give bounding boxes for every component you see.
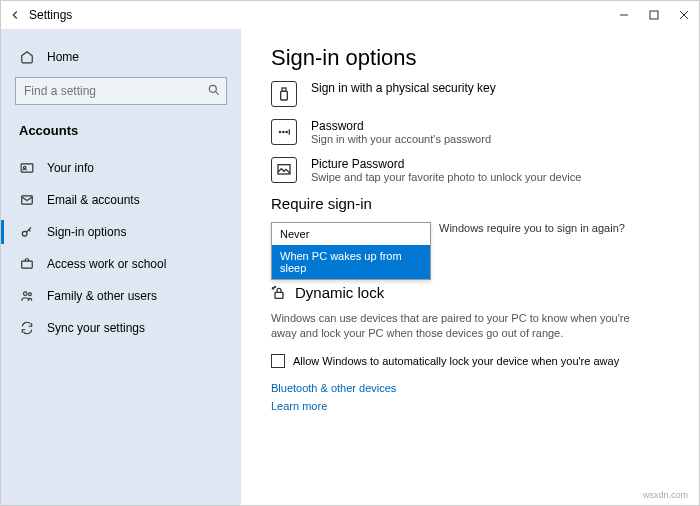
sidebar-home-label: Home (47, 50, 79, 64)
close-button[interactable] (669, 1, 699, 29)
sidebar-heading: Accounts (1, 119, 241, 152)
option-title: Password (311, 119, 491, 133)
dynamic-lock-checkbox-row[interactable]: Allow Windows to automatically lock your… (271, 354, 679, 368)
home-icon (19, 49, 35, 65)
svg-point-20 (272, 287, 273, 288)
person-card-icon (19, 160, 35, 176)
svg-rect-14 (281, 91, 288, 100)
sidebar-item-label: Sign-in options (47, 225, 126, 239)
page-title: Sign-in options (271, 45, 679, 71)
maximize-button[interactable] (639, 1, 669, 29)
key-icon (19, 224, 35, 240)
svg-point-21 (275, 286, 276, 287)
sidebar-item-family-other-users[interactable]: Family & other users (1, 280, 241, 312)
option-picture-password[interactable]: Picture Password Swipe and tap your favo… (271, 157, 679, 183)
require-signin-row: Windows require you to sign in again? Ne… (271, 222, 679, 234)
dynamic-lock-heading: Dynamic lock (271, 284, 679, 301)
svg-point-17 (286, 131, 287, 132)
svg-point-16 (283, 131, 284, 132)
window-title: Settings (29, 8, 609, 22)
dropdown-option-wake-from-sleep[interactable]: When PC wakes up from sleep (272, 245, 430, 279)
svg-point-15 (279, 131, 280, 132)
sidebar-item-label: Email & accounts (47, 193, 140, 207)
briefcase-icon (19, 256, 35, 272)
watermark: wsxdn.com (643, 490, 688, 500)
dynamic-lock-description: Windows can use devices that are paired … (271, 311, 641, 342)
sidebar-item-label: Your info (47, 161, 94, 175)
minimize-button[interactable] (609, 1, 639, 29)
sidebar: Home Accounts Your info Email & accounts… (1, 29, 241, 505)
svg-point-4 (209, 85, 216, 92)
require-signin-question: Windows require you to sign in again? (439, 222, 679, 234)
checkbox-label: Allow Windows to automatically lock your… (293, 355, 619, 367)
sidebar-search (15, 77, 227, 105)
sidebar-item-label: Access work or school (47, 257, 166, 271)
sidebar-item-label: Sync your settings (47, 321, 145, 335)
dropdown-option-never[interactable]: Never (272, 223, 430, 245)
back-button[interactable] (1, 1, 29, 29)
search-input[interactable] (15, 77, 227, 105)
svg-point-12 (28, 293, 31, 296)
people-icon (19, 288, 35, 304)
checkbox[interactable] (271, 354, 285, 368)
option-subtitle: Swipe and tap your favorite photo to unl… (311, 171, 581, 183)
require-signin-heading: Require sign-in (271, 195, 679, 212)
main-content: Sign-in options Sign in with a physical … (241, 29, 699, 505)
svg-rect-19 (275, 292, 283, 298)
search-icon (207, 83, 221, 97)
sidebar-item-sync-settings[interactable]: Sync your settings (1, 312, 241, 344)
link-learn-more[interactable]: Learn more (271, 400, 679, 412)
svg-point-11 (24, 292, 28, 296)
sidebar-item-access-work-school[interactable]: Access work or school (1, 248, 241, 280)
email-icon (19, 192, 35, 208)
sync-icon (19, 320, 35, 336)
svg-rect-6 (21, 164, 33, 172)
svg-line-5 (215, 91, 218, 94)
option-password[interactable]: Password Sign in with your account's pas… (271, 119, 679, 145)
usb-key-icon (271, 81, 297, 107)
dynamic-lock-heading-label: Dynamic lock (295, 284, 384, 301)
option-security-key[interactable]: Sign in with a physical security key (271, 81, 679, 107)
option-title: Picture Password (311, 157, 581, 171)
dynamic-lock-icon (271, 285, 287, 301)
option-title: Sign in with a physical security key (311, 81, 496, 95)
sidebar-item-sign-in-options[interactable]: Sign-in options (1, 216, 241, 248)
sidebar-item-your-info[interactable]: Your info (1, 152, 241, 184)
svg-point-9 (22, 231, 27, 236)
sidebar-item-label: Family & other users (47, 289, 157, 303)
titlebar: Settings (1, 1, 699, 29)
svg-rect-10 (22, 261, 33, 268)
sidebar-item-email-accounts[interactable]: Email & accounts (1, 184, 241, 216)
option-subtitle: Sign in with your account's password (311, 133, 491, 145)
svg-point-7 (24, 166, 26, 168)
require-signin-dropdown[interactable]: Never When PC wakes up from sleep (271, 222, 431, 280)
picture-icon (271, 157, 297, 183)
dots-key-icon (271, 119, 297, 145)
link-bluetooth-devices[interactable]: Bluetooth & other devices (271, 382, 679, 394)
svg-rect-1 (650, 11, 658, 19)
sidebar-home[interactable]: Home (1, 39, 241, 77)
